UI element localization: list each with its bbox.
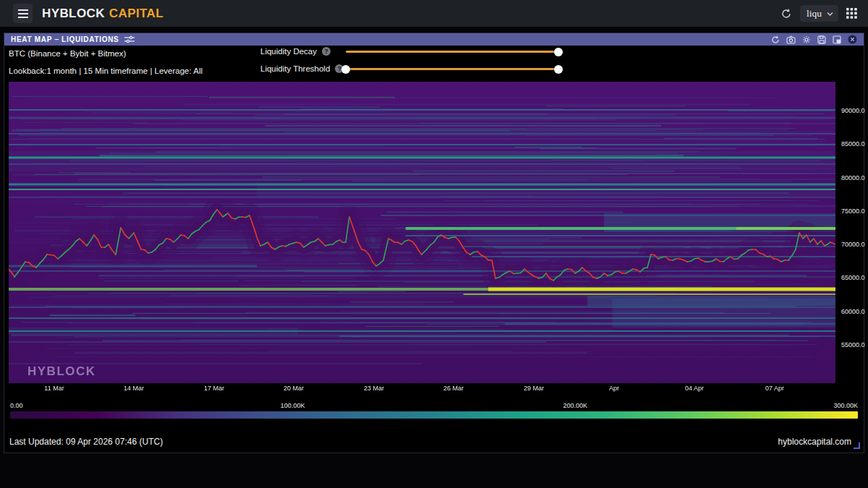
y-axis-label: 90000.0 — [841, 107, 865, 114]
y-axis-label: 65000.0 — [841, 274, 865, 281]
export-image-icon — [833, 35, 841, 44]
x-axis-label: 17 Mar — [204, 385, 224, 392]
liquidity-decay-slider[interactable] — [346, 51, 558, 53]
filter-sliders-icon[interactable] — [124, 35, 135, 43]
last-updated-label: Last Updated: 09 Apr 2026 07:46 (UTC) — [9, 437, 163, 447]
widget-title: HEAT MAP – LIQUIDATIONS — [11, 35, 119, 43]
export-image-button[interactable] — [833, 35, 841, 44]
x-axis-label: 14 Mar — [124, 385, 144, 392]
widget-header-actions — [771, 35, 857, 44]
settings-summary: Lookback:1 month | 15 Min timeframe | Le… — [9, 62, 203, 80]
liquidity-threshold-low-handle[interactable] — [341, 65, 350, 74]
y-axis-label: 80000.0 — [841, 174, 865, 181]
save-button[interactable] — [817, 35, 826, 44]
y-axis: 90000.085000.080000.075000.070000.065000… — [837, 82, 867, 383]
y-axis-label: 85000.0 — [841, 140, 865, 147]
chevron-down-icon — [827, 12, 833, 16]
colorbar-labels: 0.00100.00K200.00K300.00K — [10, 402, 858, 411]
symbol-search-value: liqu — [807, 8, 822, 20]
widget-refresh-icon — [771, 35, 780, 44]
x-axis-label: Apr — [609, 385, 619, 392]
liquidity-decay-label-row: Liquidity Decay ? — [260, 46, 331, 56]
colorbar-gradient — [10, 411, 858, 419]
y-axis-label: 55000.0 — [841, 341, 865, 348]
x-axis-label: 20 Mar — [284, 385, 304, 392]
chart-info: BTC (Binance + Bybit + Bitmex) Lookback:… — [9, 45, 203, 80]
x-axis-label: 11 Mar — [44, 385, 64, 392]
colorbar-label: 200.00K — [563, 402, 588, 409]
hamburger-icon — [18, 13, 28, 14]
x-axis-label: 23 Mar — [364, 385, 384, 392]
x-axis-label: 29 Mar — [524, 385, 544, 392]
liquidity-decay-handle[interactable] — [554, 48, 563, 56]
y-axis-label: 75000.0 — [841, 207, 865, 215]
resize-handle[interactable] — [854, 442, 860, 449]
colorbar-label: 300.00K — [833, 402, 858, 409]
y-axis-label: 70000.0 — [841, 241, 865, 248]
symbol-search-dropdown[interactable]: liqu — [800, 5, 838, 22]
liquidity-threshold-label: Liquidity Threshold — [260, 64, 330, 73]
heatmap-widget: HEAT MAP – LIQUIDATIONS — [4, 33, 864, 453]
settings-button[interactable] — [802, 35, 811, 44]
site-link[interactable]: hyblockcapital.com — [778, 437, 851, 447]
liquidity-threshold-label-row: Liquidity Threshold ? — [260, 64, 344, 74]
widget-refresh-button[interactable] — [771, 35, 780, 44]
topbar: HYBLOCK CAPITAL liqu — [0, 0, 868, 27]
screenshot-button[interactable] — [786, 35, 796, 44]
gear-icon — [802, 35, 811, 44]
x-axis-label: 04 Apr — [685, 385, 704, 392]
widget-header: HEAT MAP – LIQUIDATIONS — [4, 33, 864, 46]
menu-button[interactable] — [13, 4, 33, 23]
brand-secondary: CAPITAL — [109, 7, 163, 21]
x-axis-label: 07 Apr — [765, 385, 784, 392]
liquidity-threshold-high-handle[interactable] — [554, 65, 563, 74]
x-axis-label: 26 Mar — [443, 385, 464, 392]
brand-primary: HYBLOCK — [42, 7, 105, 21]
x-axis: 11 Mar14 Mar17 Mar20 Mar23 Mar26 Mar29 M… — [9, 385, 835, 393]
apps-grid-button[interactable] — [846, 8, 857, 19]
help-icon[interactable]: ? — [322, 47, 331, 56]
liquidity-decay-label: Liquidity Decay — [260, 47, 317, 56]
camera-icon — [786, 35, 796, 44]
colorbar-label: 100.00K — [281, 402, 305, 409]
y-axis-label: 60000.0 — [841, 308, 865, 315]
save-icon — [817, 35, 826, 44]
colorbar-label: 0.00 — [10, 402, 23, 409]
refresh-button[interactable] — [780, 8, 792, 20]
brand-logo[interactable]: HYBLOCK CAPITAL — [42, 7, 163, 21]
instrument-label: BTC (Binance + Bybit + Bitmex) — [9, 45, 203, 62]
liquidation-heatmap-canvas[interactable] — [9, 82, 835, 383]
close-widget-button[interactable] — [848, 35, 857, 44]
topbar-actions: liqu — [780, 5, 857, 22]
close-icon — [848, 35, 857, 44]
apps-grid-icon — [846, 8, 857, 19]
liquidity-threshold-slider[interactable] — [346, 68, 558, 70]
refresh-icon — [780, 8, 792, 20]
